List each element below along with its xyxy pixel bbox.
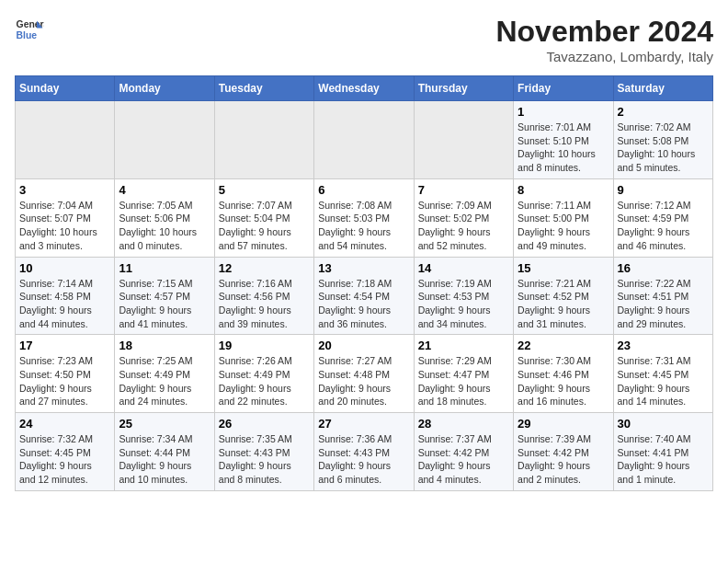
day-number: 28 xyxy=(418,417,509,431)
calendar-week-row: 24Sunrise: 7:32 AM Sunset: 4:45 PM Dayli… xyxy=(16,413,713,491)
day-info: Sunrise: 7:25 AM Sunset: 4:49 PM Dayligh… xyxy=(119,354,210,408)
day-of-week-header: Saturday xyxy=(613,76,712,101)
calendar-header-row: SundayMondayTuesdayWednesdayThursdayFrid… xyxy=(16,76,713,101)
day-number: 5 xyxy=(219,183,310,197)
day-number: 12 xyxy=(219,261,310,275)
day-number: 18 xyxy=(119,339,210,352)
calendar-cell: 29Sunrise: 7:39 AM Sunset: 4:42 PM Dayli… xyxy=(514,413,613,491)
calendar-cell: 12Sunrise: 7:16 AM Sunset: 4:56 PM Dayli… xyxy=(214,257,313,335)
calendar-cell: 25Sunrise: 7:34 AM Sunset: 4:44 PM Dayli… xyxy=(115,413,214,491)
day-number: 29 xyxy=(518,417,609,431)
day-info: Sunrise: 7:09 AM Sunset: 5:02 PM Dayligh… xyxy=(418,199,509,253)
calendar-cell: 27Sunrise: 7:36 AM Sunset: 4:43 PM Dayli… xyxy=(314,413,414,491)
calendar-cell xyxy=(16,101,115,179)
logo-icon: General Blue xyxy=(15,15,44,44)
calendar-week-row: 17Sunrise: 7:23 AM Sunset: 4:50 PM Dayli… xyxy=(16,335,713,413)
calendar-cell: 30Sunrise: 7:40 AM Sunset: 4:41 PM Dayli… xyxy=(613,413,712,491)
day-info: Sunrise: 7:07 AM Sunset: 5:04 PM Dayligh… xyxy=(219,199,310,253)
calendar-cell: 4Sunrise: 7:05 AM Sunset: 5:06 PM Daylig… xyxy=(115,178,214,257)
day-info: Sunrise: 7:19 AM Sunset: 4:53 PM Dayligh… xyxy=(418,277,509,331)
calendar-cell: 7Sunrise: 7:09 AM Sunset: 5:02 PM Daylig… xyxy=(414,178,513,257)
day-info: Sunrise: 7:05 AM Sunset: 5:06 PM Dayligh… xyxy=(119,199,210,253)
day-number: 13 xyxy=(318,261,409,275)
calendar-cell: 6Sunrise: 7:08 AM Sunset: 5:03 PM Daylig… xyxy=(314,178,414,257)
day-number: 30 xyxy=(618,417,709,431)
calendar-cell: 26Sunrise: 7:35 AM Sunset: 4:43 PM Dayli… xyxy=(214,413,313,491)
calendar-week-row: 10Sunrise: 7:14 AM Sunset: 4:58 PM Dayli… xyxy=(16,257,713,335)
day-number: 9 xyxy=(618,183,709,197)
day-number: 17 xyxy=(19,339,110,352)
day-info: Sunrise: 7:11 AM Sunset: 5:00 PM Dayligh… xyxy=(518,199,609,253)
day-number: 4 xyxy=(119,183,210,197)
day-info: Sunrise: 7:32 AM Sunset: 4:45 PM Dayligh… xyxy=(19,432,110,487)
day-of-week-header: Sunday xyxy=(16,76,115,101)
day-of-week-header: Tuesday xyxy=(214,76,313,101)
calendar-cell: 5Sunrise: 7:07 AM Sunset: 5:04 PM Daylig… xyxy=(214,178,313,257)
day-info: Sunrise: 7:31 AM Sunset: 4:45 PM Dayligh… xyxy=(618,354,709,408)
day-info: Sunrise: 7:35 AM Sunset: 4:43 PM Dayligh… xyxy=(219,432,310,487)
day-info: Sunrise: 7:16 AM Sunset: 4:56 PM Dayligh… xyxy=(219,277,310,331)
calendar-cell xyxy=(214,101,313,179)
day-number: 14 xyxy=(418,261,509,275)
svg-text:Blue: Blue xyxy=(17,30,38,40)
day-info: Sunrise: 7:12 AM Sunset: 4:59 PM Dayligh… xyxy=(618,199,709,253)
day-info: Sunrise: 7:15 AM Sunset: 4:57 PM Dayligh… xyxy=(119,277,210,331)
day-number: 19 xyxy=(219,339,310,352)
day-info: Sunrise: 7:27 AM Sunset: 4:48 PM Dayligh… xyxy=(318,354,409,408)
calendar-cell: 15Sunrise: 7:21 AM Sunset: 4:52 PM Dayli… xyxy=(514,257,613,335)
day-info: Sunrise: 7:02 AM Sunset: 5:08 PM Dayligh… xyxy=(618,121,709,175)
day-number: 22 xyxy=(518,339,609,352)
calendar-cell: 21Sunrise: 7:29 AM Sunset: 4:47 PM Dayli… xyxy=(414,335,513,413)
day-number: 27 xyxy=(318,417,409,431)
calendar-cell: 28Sunrise: 7:37 AM Sunset: 4:42 PM Dayli… xyxy=(414,413,513,491)
day-number: 8 xyxy=(518,183,609,197)
day-number: 7 xyxy=(418,183,509,197)
day-info: Sunrise: 7:36 AM Sunset: 4:43 PM Dayligh… xyxy=(318,432,409,487)
calendar-cell: 8Sunrise: 7:11 AM Sunset: 5:00 PM Daylig… xyxy=(514,178,613,257)
day-number: 21 xyxy=(418,339,509,352)
day-of-week-header: Thursday xyxy=(414,76,513,101)
calendar-cell: 1Sunrise: 7:01 AM Sunset: 5:10 PM Daylig… xyxy=(514,101,613,179)
calendar-cell xyxy=(414,101,513,179)
day-info: Sunrise: 7:26 AM Sunset: 4:49 PM Dayligh… xyxy=(219,354,310,408)
day-info: Sunrise: 7:08 AM Sunset: 5:03 PM Dayligh… xyxy=(318,199,409,253)
calendar-cell: 9Sunrise: 7:12 AM Sunset: 4:59 PM Daylig… xyxy=(613,178,712,257)
day-info: Sunrise: 7:18 AM Sunset: 4:54 PM Dayligh… xyxy=(318,277,409,331)
calendar-cell: 22Sunrise: 7:30 AM Sunset: 4:46 PM Dayli… xyxy=(514,335,613,413)
logo: General Blue xyxy=(15,15,44,44)
day-info: Sunrise: 7:37 AM Sunset: 4:42 PM Dayligh… xyxy=(418,432,509,487)
day-of-week-header: Friday xyxy=(514,76,613,101)
day-number: 16 xyxy=(618,261,709,275)
calendar-cell: 3Sunrise: 7:04 AM Sunset: 5:07 PM Daylig… xyxy=(16,178,115,257)
calendar-cell: 18Sunrise: 7:25 AM Sunset: 4:49 PM Dayli… xyxy=(115,335,214,413)
day-number: 2 xyxy=(618,105,709,119)
day-number: 10 xyxy=(19,261,110,275)
day-number: 26 xyxy=(219,417,310,431)
day-number: 15 xyxy=(518,261,609,275)
day-number: 25 xyxy=(119,417,210,431)
day-info: Sunrise: 7:40 AM Sunset: 4:41 PM Dayligh… xyxy=(618,432,709,487)
title-block: November 2024 Tavazzano, Lombardy, Italy xyxy=(495,15,713,64)
calendar-cell xyxy=(115,101,214,179)
day-number: 3 xyxy=(19,183,110,197)
day-info: Sunrise: 7:29 AM Sunset: 4:47 PM Dayligh… xyxy=(418,354,509,408)
day-info: Sunrise: 7:04 AM Sunset: 5:07 PM Dayligh… xyxy=(19,199,110,253)
calendar-cell: 19Sunrise: 7:26 AM Sunset: 4:49 PM Dayli… xyxy=(214,335,313,413)
day-number: 20 xyxy=(318,339,409,352)
day-info: Sunrise: 7:01 AM Sunset: 5:10 PM Dayligh… xyxy=(518,121,609,175)
day-info: Sunrise: 7:30 AM Sunset: 4:46 PM Dayligh… xyxy=(518,354,609,408)
day-info: Sunrise: 7:14 AM Sunset: 4:58 PM Dayligh… xyxy=(19,277,110,331)
day-of-week-header: Wednesday xyxy=(314,76,414,101)
calendar-cell: 14Sunrise: 7:19 AM Sunset: 4:53 PM Dayli… xyxy=(414,257,513,335)
calendar-cell: 2Sunrise: 7:02 AM Sunset: 5:08 PM Daylig… xyxy=(613,101,712,179)
day-info: Sunrise: 7:22 AM Sunset: 4:51 PM Dayligh… xyxy=(618,277,709,331)
day-info: Sunrise: 7:23 AM Sunset: 4:50 PM Dayligh… xyxy=(19,354,110,408)
day-info: Sunrise: 7:21 AM Sunset: 4:52 PM Dayligh… xyxy=(518,277,609,331)
calendar-table: SundayMondayTuesdayWednesdayThursdayFrid… xyxy=(15,75,713,491)
calendar-cell: 24Sunrise: 7:32 AM Sunset: 4:45 PM Dayli… xyxy=(16,413,115,491)
month-title: November 2024 xyxy=(495,15,713,49)
day-number: 6 xyxy=(318,183,409,197)
calendar-cell: 11Sunrise: 7:15 AM Sunset: 4:57 PM Dayli… xyxy=(115,257,214,335)
day-number: 23 xyxy=(618,339,709,352)
day-number: 11 xyxy=(119,261,210,275)
